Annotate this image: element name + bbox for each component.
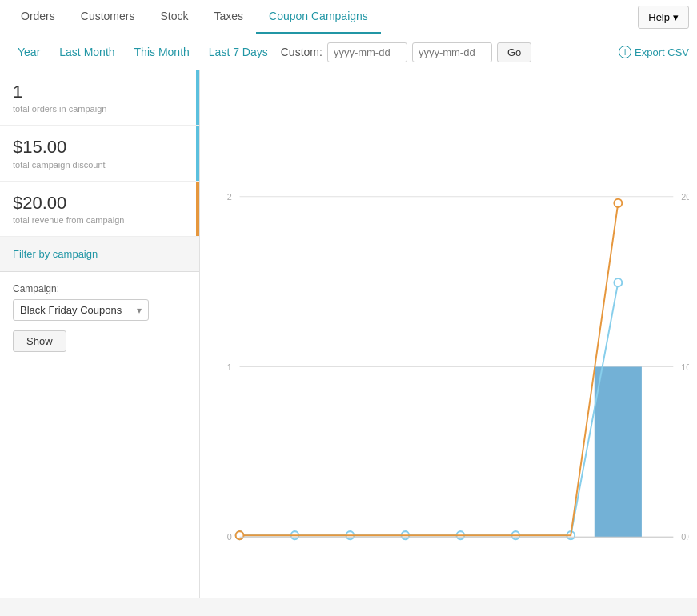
help-label: Help bbox=[648, 11, 670, 23]
tab-year[interactable]: Year bbox=[8, 34, 50, 70]
top-navigation: Orders Customers Stock Taxes Coupon Camp… bbox=[0, 0, 697, 34]
tab-stock[interactable]: Stock bbox=[147, 0, 201, 34]
svg-point-18 bbox=[236, 531, 244, 539]
sub-navigation: Year Last Month This Month Last 7 Days C… bbox=[0, 34, 697, 70]
accent-bar-discount bbox=[196, 126, 199, 180]
stat-total-orders: 1 total orders in campaign bbox=[0, 70, 199, 126]
stat-campaign-discount: $15.00 total campaign discount bbox=[0, 126, 199, 181]
filter-section-header: Filter by campaign bbox=[0, 237, 199, 272]
export-label: Export CSV bbox=[635, 46, 689, 58]
svg-text:0.00: 0.00 bbox=[681, 532, 689, 542]
main-content: 1 total orders in campaign $15.00 total … bbox=[0, 70, 697, 598]
chart-area: 0 1 2 0.00 10.20 20.40 bbox=[200, 70, 697, 598]
svg-point-17 bbox=[614, 278, 622, 286]
stat-value-discount: $15.00 bbox=[13, 137, 186, 158]
tab-coupon-campaigns[interactable]: Coupon Campaigns bbox=[256, 0, 381, 34]
date-from-input[interactable] bbox=[327, 42, 407, 62]
stat-value-orders: 1 bbox=[13, 82, 186, 102]
chevron-down-icon: ▾ bbox=[673, 11, 679, 23]
tab-customers[interactable]: Customers bbox=[68, 0, 148, 34]
info-icon: i bbox=[619, 46, 631, 58]
go-button[interactable]: Go bbox=[497, 42, 531, 62]
svg-text:2: 2 bbox=[227, 192, 232, 202]
campaign-selected-value: Black Friday Coupons bbox=[20, 304, 122, 316]
export-csv-button[interactable]: i Export CSV bbox=[619, 46, 689, 58]
tab-last-month[interactable]: Last Month bbox=[50, 34, 124, 70]
line-bar-chart: 0 1 2 0.00 10.20 20.40 bbox=[216, 83, 689, 586]
stat-value-revenue: $20.00 bbox=[13, 193, 186, 214]
svg-text:10.20: 10.20 bbox=[681, 362, 689, 371]
stat-campaign-revenue: $20.00 total revenue from campaign bbox=[0, 182, 199, 237]
sidebar: 1 total orders in campaign $15.00 total … bbox=[0, 70, 200, 598]
stat-label-orders: total orders in campaign bbox=[13, 104, 186, 114]
stat-label-revenue: total revenue from campaign bbox=[13, 215, 186, 225]
show-button[interactable]: Show bbox=[13, 330, 66, 352]
svg-rect-9 bbox=[595, 367, 642, 538]
svg-text:20.40: 20.40 bbox=[681, 192, 689, 202]
tab-orders[interactable]: Orders bbox=[8, 0, 68, 34]
campaign-field-label: Campaign: bbox=[13, 283, 186, 294]
custom-date-range: Custom: Go bbox=[281, 42, 531, 62]
accent-bar-revenue bbox=[196, 182, 199, 236]
date-to-input[interactable] bbox=[412, 42, 492, 62]
custom-label: Custom: bbox=[281, 46, 322, 58]
svg-point-19 bbox=[614, 199, 622, 207]
accent-bar-orders bbox=[196, 70, 199, 125]
svg-text:0: 0 bbox=[227, 532, 232, 542]
stat-label-discount: total campaign discount bbox=[13, 160, 186, 170]
tab-this-month[interactable]: This Month bbox=[125, 34, 199, 70]
tab-taxes[interactable]: Taxes bbox=[202, 0, 257, 34]
tab-last-7-days[interactable]: Last 7 Days bbox=[199, 34, 278, 70]
help-button[interactable]: Help ▾ bbox=[638, 6, 689, 29]
svg-text:1: 1 bbox=[227, 362, 232, 371]
chart-container: 0 1 2 0.00 10.20 20.40 bbox=[216, 83, 689, 586]
chevron-down-icon: ▾ bbox=[137, 305, 142, 316]
campaign-dropdown[interactable]: Black Friday Coupons ▾ bbox=[13, 299, 149, 321]
filter-body: Campaign: Black Friday Coupons ▾ Show bbox=[0, 272, 199, 363]
